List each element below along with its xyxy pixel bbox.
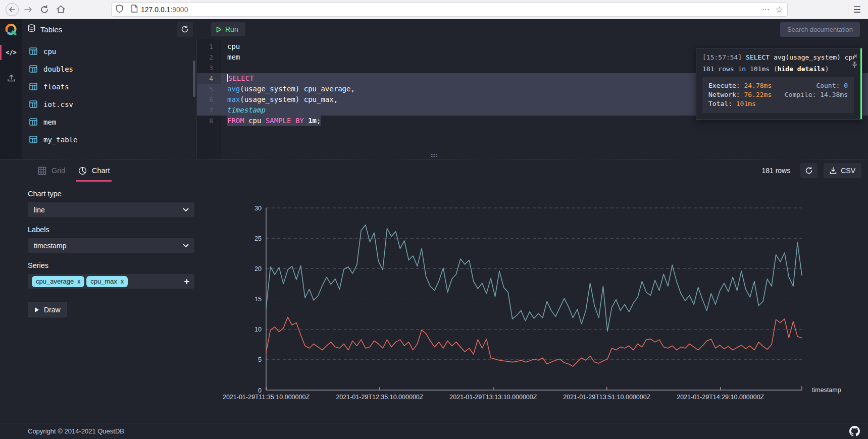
play-icon (34, 307, 39, 313)
import-icon[interactable] (0, 69, 22, 87)
svg-text:20: 20 (254, 265, 262, 272)
svg-text:0: 0 (258, 387, 262, 394)
series-label: Series (28, 261, 194, 269)
home-icon[interactable] (53, 2, 69, 18)
line-number: 3 (197, 63, 221, 73)
table-icon (29, 118, 37, 126)
drag-dots-icon (431, 153, 438, 157)
notification-title: [15:57:54] SELECT avg(usage_system) cpu_… (702, 53, 854, 61)
series-chip[interactable]: cpu_averagex (32, 276, 84, 287)
refresh-tables-button[interactable] (177, 22, 193, 37)
pin-icon[interactable] (852, 62, 857, 70)
chart-config: Chart type line Labels timestamp Series … (28, 190, 194, 317)
bookmark-star-icon[interactable]: ☆ (776, 5, 783, 15)
sql-editor[interactable]: 1cpu2mem34SELECT5avg(usage_system) cpu_a… (197, 39, 868, 159)
table-name: iot.csv (43, 100, 73, 108)
database-icon (27, 24, 36, 35)
table-list-item[interactable]: mem (22, 113, 196, 131)
labels-label: Labels (28, 226, 194, 234)
search-documentation-button[interactable]: Search documentation (780, 22, 860, 37)
series-chip[interactable]: cpu_maxx (86, 276, 128, 287)
table-name: my_table (43, 136, 77, 144)
svg-text:2021-01-29T11:35:10.000000Z: 2021-01-29T11:35:10.000000Z (223, 394, 310, 401)
copyright-text: Copyright © 2014-2021 QuestDB (28, 427, 124, 435)
table-icon (29, 136, 37, 143)
close-icon[interactable]: ✕ (853, 52, 857, 60)
table-list-item[interactable]: cpu (22, 42, 196, 60)
tab-chart[interactable]: Chart (78, 159, 110, 182)
csv-download-button[interactable]: CSV (824, 163, 861, 178)
line-number: 5 (197, 84, 221, 94)
menu-icon[interactable]: ☰ (853, 5, 861, 15)
notification-summary: 181 rows in 101ms (hide details) (702, 65, 854, 73)
table-icon (29, 65, 37, 73)
divider (848, 4, 848, 15)
remove-chip-icon[interactable]: x (121, 278, 124, 285)
pie-chart-icon (78, 167, 87, 175)
table-list-item[interactable]: floats (22, 78, 196, 95)
questdb-console: 127.0.0.1:9000 ⋯ ☆ ☰ Tables (0, 0, 868, 439)
chevron-down-icon (183, 208, 189, 212)
svg-text:25: 25 (254, 235, 262, 242)
questdb-logo[interactable] (0, 19, 22, 39)
chart-type-select[interactable]: line (28, 202, 194, 217)
svg-text:15: 15 (254, 296, 262, 303)
svg-text:10: 10 (254, 326, 262, 333)
table-name: mem (43, 118, 56, 126)
sql-editor-nav-icon[interactable]: </> (0, 43, 22, 62)
table-icon (29, 100, 37, 108)
footer: Copyright © 2014-2021 QuestDB (0, 423, 868, 439)
svg-text:5: 5 (258, 356, 262, 363)
svg-text:2021-01-29T12:35:10.000000Z: 2021-01-29T12:35:10.000000Z (336, 394, 423, 401)
play-icon (216, 26, 222, 33)
tables-panel-header: Tables (22, 19, 197, 39)
divider (127, 6, 127, 14)
line-number: 8 (197, 116, 221, 126)
tables-scrollbar[interactable] (193, 61, 195, 97)
reload-icon[interactable] (36, 2, 53, 18)
table-icon (29, 47, 37, 55)
svg-text:timestamp: timestamp (812, 387, 841, 394)
line-number: 2 (197, 52, 221, 63)
page-icon[interactable] (131, 5, 138, 15)
table-name: doubles (43, 65, 73, 73)
labels-select[interactable]: timestamp (28, 238, 194, 253)
browser-chrome: 127.0.0.1:9000 ⋯ ☆ ☰ (0, 0, 868, 19)
remove-chip-icon[interactable]: x (77, 278, 80, 285)
table-icon (29, 83, 37, 90)
line-number: 7 (197, 105, 221, 116)
line-number: 6 (197, 94, 221, 105)
svg-text:2021-01-29T13:51:10.000000Z: 2021-01-29T13:51:10.000000Z (563, 394, 650, 401)
draw-button[interactable]: Draw (28, 302, 67, 317)
shield-icon[interactable] (116, 5, 123, 15)
github-icon[interactable] (849, 426, 860, 436)
query-metrics: Execute: 24.78ms Network: 76.22ms Total:… (702, 77, 854, 113)
table-list-item[interactable]: my_table (22, 131, 196, 148)
back-icon[interactable] (4, 2, 20, 18)
refresh-results-button[interactable] (800, 163, 818, 178)
table-list-item[interactable]: iot.csv (22, 95, 196, 113)
tab-grid[interactable]: Grid (38, 159, 65, 182)
grid-icon (38, 167, 46, 175)
run-button[interactable]: Run (211, 22, 245, 36)
svg-text:2021-01-29T14:29:10.000000Z: 2021-01-29T14:29:10.000000Z (677, 394, 764, 401)
app-header: Tables Run Search documentation (0, 19, 868, 39)
series-cpu_average (266, 317, 802, 367)
horizontal-splitter[interactable] (0, 152, 868, 159)
add-series-button[interactable]: + (184, 277, 189, 286)
table-name: floats (43, 83, 69, 91)
forward-icon[interactable] (20, 2, 36, 18)
results-chart: 0510152025302021-01-29T11:35:10.000000Z2… (232, 200, 863, 402)
chart-type-label: Chart type (28, 190, 194, 198)
series-cpu_max (266, 225, 802, 332)
series-input[interactable]: cpu_averagexcpu_maxx + (28, 274, 194, 289)
tables-panel: cpudoublesfloatsiot.csvmemmy_table (22, 39, 197, 159)
rows-count: 181 rows (761, 167, 790, 175)
chevron-down-icon (183, 244, 189, 248)
table-list-item[interactable]: doubles (22, 60, 196, 78)
results-panel: Grid Chart 181 rows CSV Chart type (0, 159, 868, 423)
page-actions-icon[interactable]: ⋯ (762, 5, 770, 14)
table-name: cpu (43, 47, 56, 56)
hide-details-link[interactable]: hide details (778, 65, 825, 73)
url-bar[interactable]: 127.0.0.1:9000 ⋯ ☆ (111, 3, 788, 17)
